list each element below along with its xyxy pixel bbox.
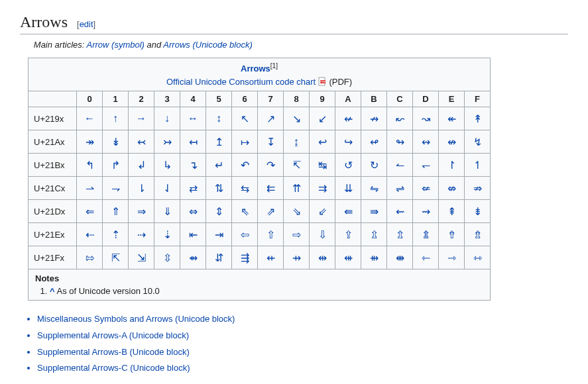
hatnote-link-arrows-block[interactable]: Arrows (Unicode block)	[163, 40, 252, 50]
char-cell[interactable]: ⇮	[439, 223, 465, 246]
char-cell[interactable]: ⇎	[439, 177, 465, 200]
char-cell[interactable]: ⇵	[206, 246, 232, 269]
char-cell[interactable]: ⇋	[361, 177, 387, 200]
char-cell[interactable]: ↕	[206, 107, 232, 130]
hatnote-link-arrow-symbol[interactable]: Arrow (symbol)	[87, 40, 145, 50]
char-cell[interactable]: ⇦	[232, 223, 258, 246]
char-cell[interactable]: ←	[77, 107, 103, 130]
char-cell[interactable]: ↙	[310, 107, 335, 130]
char-cell[interactable]: ⇕	[206, 200, 232, 223]
char-cell[interactable]: ⇽	[413, 246, 439, 269]
char-cell[interactable]: ⇸	[284, 246, 310, 269]
char-cell[interactable]: ↳	[154, 154, 180, 177]
char-cell[interactable]: ↛	[361, 107, 387, 130]
seealso-link[interactable]: Supplemental Arrows-B (Unicode block)	[37, 347, 190, 357]
char-cell[interactable]: ↹	[310, 154, 335, 177]
char-cell[interactable]: ↞	[439, 107, 465, 130]
char-cell[interactable]: ↯	[465, 130, 491, 154]
char-cell[interactable]: ↿	[465, 154, 491, 177]
char-cell[interactable]: ↖	[232, 107, 258, 130]
char-cell[interactable]: ⇄	[180, 177, 206, 200]
char-cell[interactable]: ⇟	[465, 200, 491, 223]
char-cell[interactable]: ⇶	[232, 246, 258, 269]
char-cell[interactable]: ⇨	[284, 223, 310, 246]
char-cell[interactable]: ⇁	[103, 177, 129, 200]
char-cell[interactable]: ⇩	[310, 223, 335, 246]
char-cell[interactable]: ⇚	[335, 200, 361, 223]
char-cell[interactable]: ⇢	[129, 223, 154, 246]
char-cell[interactable]: ⇻	[361, 246, 387, 269]
char-cell[interactable]: ⇿	[465, 246, 491, 269]
char-cell[interactable]: ⇧	[258, 223, 284, 246]
char-cell[interactable]: ⇛	[361, 200, 387, 223]
chart-title-link[interactable]: Arrows	[241, 64, 270, 73]
char-cell[interactable]: ⇜	[387, 200, 413, 223]
char-cell[interactable]: ↸	[284, 154, 310, 177]
char-cell[interactable]: ⇔	[180, 200, 206, 223]
char-cell[interactable]: ↢	[129, 130, 154, 154]
char-cell[interactable]: ↺	[335, 154, 361, 177]
char-cell[interactable]: ↴	[180, 154, 206, 177]
char-cell[interactable]: ⇾	[439, 246, 465, 269]
char-cell[interactable]: ⇀	[77, 177, 103, 200]
char-cell[interactable]: ⇱	[103, 246, 129, 269]
chart-subtitle-link[interactable]: Official Unicode Consortium code chart	[166, 77, 316, 87]
char-cell[interactable]: ⇐	[77, 200, 103, 223]
char-cell[interactable]: ↱	[103, 154, 129, 177]
char-cell[interactable]: ↲	[129, 154, 154, 177]
char-cell[interactable]: ⇬	[387, 223, 413, 246]
char-cell[interactable]: ↮	[439, 130, 465, 154]
char-cell[interactable]: ⇫	[361, 223, 387, 246]
char-cell[interactable]: ↬	[387, 130, 413, 154]
char-cell[interactable]: ↝	[413, 107, 439, 130]
char-cell[interactable]: ⇲	[129, 246, 154, 269]
char-cell[interactable]: ⇌	[387, 177, 413, 200]
char-cell[interactable]: ↘	[284, 107, 310, 130]
char-cell[interactable]: ⇞	[439, 200, 465, 223]
char-cell[interactable]: ⇷	[258, 246, 284, 269]
char-cell[interactable]: ↣	[154, 130, 180, 154]
char-cell[interactable]: ⇡	[103, 223, 129, 246]
char-cell[interactable]: ⇍	[413, 177, 439, 200]
char-cell[interactable]: ⇊	[335, 177, 361, 200]
seealso-link[interactable]: Supplemental Arrows-C (Unicode block)	[37, 363, 190, 373]
seealso-link[interactable]: Miscellaneous Symbols and Arrows (Unicod…	[37, 314, 235, 324]
char-cell[interactable]: ⇹	[310, 246, 335, 269]
char-cell[interactable]: ⇰	[77, 246, 103, 269]
char-cell[interactable]: ↪	[335, 130, 361, 154]
char-cell[interactable]: ⇓	[154, 200, 180, 223]
note-caret[interactable]: ^	[50, 286, 55, 296]
char-cell[interactable]: ⇙	[310, 200, 335, 223]
char-cell[interactable]: ⇠	[77, 223, 103, 246]
char-cell[interactable]: ↤	[180, 130, 206, 154]
char-cell[interactable]: ⇈	[284, 177, 310, 200]
char-cell[interactable]: ⇘	[284, 200, 310, 223]
char-cell[interactable]: ⇇	[258, 177, 284, 200]
char-cell[interactable]: ↶	[232, 154, 258, 177]
char-cell[interactable]: ↩	[310, 130, 335, 154]
chart-ref[interactable]: [1]	[270, 62, 278, 70]
char-cell[interactable]: ⇥	[206, 223, 232, 246]
char-cell[interactable]: ↚	[335, 107, 361, 130]
char-cell[interactable]: ⇳	[154, 246, 180, 269]
char-cell[interactable]: ↜	[387, 107, 413, 130]
char-cell[interactable]: ↓	[154, 107, 180, 130]
char-cell[interactable]: ⇆	[232, 177, 258, 200]
char-cell[interactable]: ↫	[361, 130, 387, 154]
char-cell[interactable]: ↑	[103, 107, 129, 130]
char-cell[interactable]: ↟	[465, 107, 491, 130]
char-cell[interactable]: ↻	[361, 154, 387, 177]
char-cell[interactable]: ↼	[387, 154, 413, 177]
char-cell[interactable]: ↧	[258, 130, 284, 154]
char-cell[interactable]: ⇺	[335, 246, 361, 269]
char-cell[interactable]: ⇏	[465, 177, 491, 200]
char-cell[interactable]: ↠	[77, 130, 103, 154]
char-cell[interactable]: ↷	[258, 154, 284, 177]
char-cell[interactable]: ↦	[232, 130, 258, 154]
char-cell[interactable]: ↭	[413, 130, 439, 154]
char-cell[interactable]: ⇒	[129, 200, 154, 223]
char-cell[interactable]: ⇝	[413, 200, 439, 223]
char-cell[interactable]: ⇂	[129, 177, 154, 200]
char-cell[interactable]: ↵	[206, 154, 232, 177]
char-cell[interactable]: →	[129, 107, 154, 130]
